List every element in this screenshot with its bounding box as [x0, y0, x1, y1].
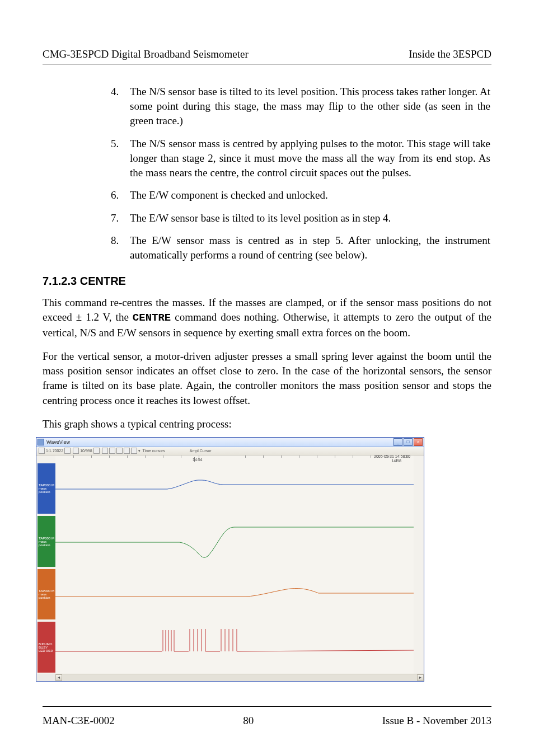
- label-ch2: TAP000 M mass position: [38, 516, 55, 567]
- page-footer: MAN-C3E-0002 80 Issue B - November 2013: [43, 706, 491, 727]
- zoom-vert-icon[interactable]: [64, 448, 71, 454]
- sampling: 10/998: [80, 449, 92, 453]
- horizontal-scrollbar[interactable]: ◄ ►: [55, 674, 424, 681]
- section-number: 7.1.2.3: [43, 275, 77, 287]
- expand-icon[interactable]: [102, 448, 108, 454]
- mode-label: Ampl.Cursor: [190, 449, 212, 453]
- label-ch4: BJ0UMO BUSY LED 0/10: [38, 622, 55, 673]
- record-icon[interactable]: [124, 448, 130, 454]
- pause-icon[interactable]: [116, 448, 123, 454]
- header-left: CMG-3ESPCD Digital Broadband Seismometer: [43, 48, 249, 60]
- play-end-icon[interactable]: [93, 448, 100, 454]
- scroll-left-button[interactable]: ◄: [55, 674, 62, 681]
- step-6: The E/W component is checked and unlocke…: [111, 188, 490, 203]
- titlebar: WaveView _ □ ×: [36, 438, 424, 447]
- section-heading: 7.1.2.3 CENTRE: [43, 275, 491, 288]
- page-header: CMG-3ESPCD Digital Broadband Seismometer…: [43, 48, 491, 64]
- section-title: CENTRE: [80, 275, 126, 287]
- waveview-figure: WaveView _ □ × 1:1.70022 10/998: [36, 437, 491, 682]
- steps-list: The N/S sensor base is tilted to its lev…: [111, 84, 490, 262]
- footer-right: Issue B - November 2013: [382, 715, 491, 727]
- step-4: The N/S sensor base is tilted to its lev…: [111, 84, 490, 129]
- label-ch3: TAP000 M mass position: [38, 569, 55, 620]
- step-7: The E/W sensor base is tilted to its lev…: [111, 211, 490, 226]
- filter-icon[interactable]: [39, 448, 45, 454]
- header-right: Inside the 3ESPCD: [409, 48, 491, 60]
- scroll-right-button[interactable]: ►: [417, 674, 424, 681]
- cursors-label: Time cursors: [143, 449, 165, 453]
- app-icon: [38, 439, 44, 445]
- waveview-window: WaveView _ □ × 1:1.70022 10/998: [36, 437, 424, 682]
- footer-center: 80: [243, 715, 254, 727]
- play-icon[interactable]: [109, 448, 115, 454]
- toolbar: 1:1.70022 10/998 ▾ Time cursors: [36, 447, 424, 456]
- minimize-button[interactable]: _: [394, 438, 402, 446]
- plot-area: 14:54 2005-05-31 14:58:00 14:58: [55, 456, 414, 674]
- maximize-button[interactable]: □: [404, 438, 413, 446]
- window-title: WaveView: [46, 439, 394, 445]
- speaker-icon[interactable]: [73, 448, 79, 454]
- step-5: The N/S sensor mass is centred by applyi…: [111, 137, 490, 181]
- close-button[interactable]: ×: [414, 438, 423, 446]
- step-8: The E/W sensor mass is centred as in ste…: [111, 233, 490, 262]
- plot-svg: [55, 456, 414, 674]
- channel-labels: TAP000 M mass position TAP000 M mass pos…: [36, 456, 55, 674]
- label-ch1: TAP000 M mass position: [38, 463, 55, 514]
- print-icon[interactable]: [131, 448, 137, 454]
- paragraph-3: This graph shows a typical centring proc…: [43, 417, 491, 431]
- footer-left: MAN-C3E-0002: [43, 715, 115, 727]
- paragraph-1: This command re-centres the masses. If t…: [43, 295, 491, 340]
- zoom-ratio: 1:1.70022: [46, 449, 63, 453]
- paragraph-2: For the vertical sensor, a motor-driven …: [43, 349, 491, 408]
- centre-command: CENTRE: [133, 312, 171, 324]
